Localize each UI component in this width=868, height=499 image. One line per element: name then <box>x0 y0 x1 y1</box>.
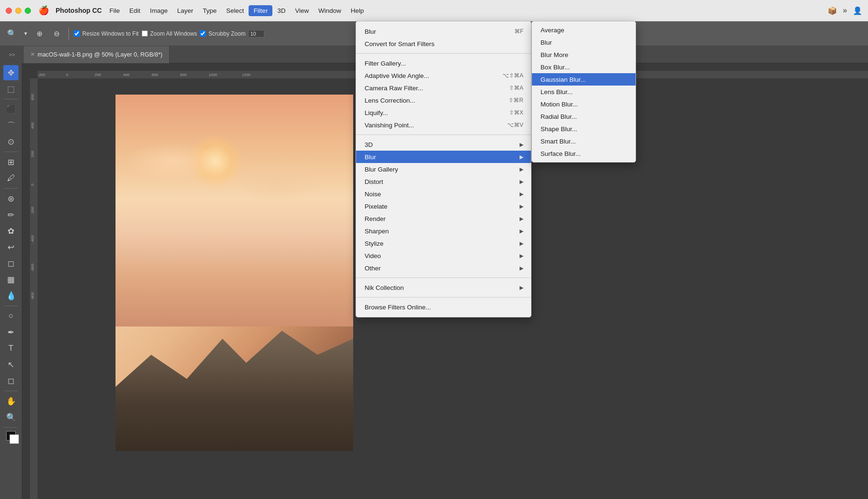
filter-distort[interactable]: Distort ▶ <box>356 175 531 188</box>
menu-filter[interactable]: Filter <box>249 5 272 16</box>
filter-video-label: Video <box>365 252 381 259</box>
blur-radial[interactable]: Radial Blur... <box>532 110 636 123</box>
history-brush-tool[interactable]: ↩ <box>3 240 19 255</box>
menu-edit[interactable]: Edit <box>125 5 145 16</box>
zoom-dropdown-btn[interactable]: ▼ <box>22 27 29 41</box>
shape-tool[interactable]: ◻ <box>3 373 19 388</box>
menu-file[interactable]: File <box>105 5 125 16</box>
blur-box[interactable]: Box Blur... <box>532 61 636 73</box>
filter-sharpen[interactable]: Sharpen ▶ <box>356 225 531 237</box>
filter-stylize[interactable]: Stylize ▶ <box>356 237 531 250</box>
menu-bar: 🍎 Photoshop CC File Edit Image Layer Typ… <box>0 0 868 21</box>
menu-type[interactable]: Type <box>198 5 222 16</box>
filter-gallery[interactable]: Filter Gallery... <box>356 57 531 69</box>
artboard-tool[interactable]: ⬚ <box>3 81 19 96</box>
panels-toggle[interactable]: >> <box>0 46 24 63</box>
zoom-all-checkbox[interactable] <box>142 30 148 37</box>
dodge-tool[interactable]: ○ <box>3 308 19 324</box>
filter-render[interactable]: Render ▶ <box>356 212 531 225</box>
marquee-tool[interactable]: ⬛ <box>3 102 19 117</box>
filter-convert-smart[interactable]: Convert for Smart Filters <box>356 38 531 50</box>
svg-text:1200: 1200 <box>242 73 251 77</box>
zoom-value-input[interactable] <box>248 30 264 38</box>
filter-video[interactable]: Video ▶ <box>356 250 531 262</box>
blur-submenu[interactable]: Average Blur Blur More Box Blur... Gauss… <box>531 21 636 163</box>
filter-sharpen-label: Sharpen <box>365 228 389 235</box>
crop-tool[interactable]: ⊞ <box>3 154 19 170</box>
menu-select[interactable]: Select <box>222 5 249 16</box>
blur-motion[interactable]: Motion Blur... <box>532 98 636 110</box>
resize-windows-group: Resize Windows to Fit <box>74 30 139 37</box>
svg-text:-200: -200 <box>38 73 46 77</box>
filter-liquify[interactable]: Liquify... ⇧⌘X <box>356 106 531 119</box>
eraser-tool[interactable]: ◻ <box>3 256 19 271</box>
zoom-tool-btn[interactable]: 🔍 <box>5 27 19 41</box>
filter-blur-gallery[interactable]: Blur Gallery ▶ <box>356 163 531 175</box>
filter-lens-correction[interactable]: Lens Correction... ⇧⌘R <box>356 94 531 106</box>
close-button[interactable] <box>6 8 12 14</box>
foreground-color[interactable] <box>6 431 16 441</box>
menu-right-icons: 📦 » 👤 <box>828 6 862 15</box>
menu-help[interactable]: Help <box>346 5 369 16</box>
gradient-tool[interactable]: ▦ <box>3 272 19 287</box>
filter-other[interactable]: Other ▶ <box>356 262 531 274</box>
filter-browse-online[interactable]: Browse Filters Online... <box>356 301 531 313</box>
document-tab[interactable]: ✕ macOS-wall-1-B.png @ 50% (Layer 0, RGB… <box>24 46 170 63</box>
filter-blur-shortcut[interactable]: Blur ⌘F <box>356 25 531 38</box>
type-tool[interactable]: T <box>3 341 19 356</box>
blur-more[interactable]: Blur More <box>532 48 636 61</box>
menu-layer[interactable]: Layer <box>173 5 198 16</box>
resize-windows-checkbox[interactable] <box>74 30 80 37</box>
filter-adaptive-wide[interactable]: Adaptive Wide Angle... ⌥⇧⌘A <box>356 69 531 82</box>
filter-noise[interactable]: Noise ▶ <box>356 188 531 200</box>
hand-tool[interactable]: ✋ <box>3 393 19 409</box>
blur-surface[interactable]: Surface Blur... <box>532 147 636 160</box>
clone-tool[interactable]: ✿ <box>3 223 19 239</box>
filter-vanishing-shortcut: ⌥⌘V <box>507 122 523 128</box>
blur-smart[interactable]: Smart Blur... <box>532 135 636 147</box>
zoom-tool[interactable]: 🔍 <box>3 410 19 425</box>
maximize-button[interactable] <box>25 8 31 14</box>
blur-tool[interactable]: 💧 <box>3 288 19 303</box>
minimize-button[interactable] <box>15 8 21 14</box>
filter-pixelate[interactable]: Pixelate ▶ <box>356 200 531 212</box>
blur-shape[interactable]: Shape Blur... <box>532 123 636 135</box>
blur-average[interactable]: Average <box>532 24 636 36</box>
apple-logo-icon[interactable]: 🍎 <box>39 5 49 16</box>
blur-lens[interactable]: Lens Blur... <box>532 86 636 98</box>
lasso-tool[interactable]: ⌒ <box>3 118 19 133</box>
menu-window[interactable]: Window <box>314 5 346 16</box>
zoom-out-btn[interactable]: ⊖ <box>49 27 64 41</box>
scrubby-zoom-checkbox[interactable] <box>200 30 206 37</box>
chevrons-icon[interactable]: » <box>843 6 847 15</box>
resize-windows-label: Resize Windows to Fit <box>82 30 139 37</box>
pen-tool[interactable]: ✒ <box>3 325 19 340</box>
background-color[interactable] <box>10 434 19 444</box>
svg-text:600: 600 <box>152 73 158 77</box>
filter-section-3: 3D ▶ Blur ▶ Blur Gallery ▶ Distort ▶ Noi… <box>356 137 531 276</box>
path-select-tool[interactable]: ↖ <box>3 357 19 372</box>
filter-video-arrow: ▶ <box>520 253 523 259</box>
menu-view[interactable]: View <box>290 5 314 16</box>
filter-blur-sub[interactable]: Blur ▶ <box>356 151 531 163</box>
tab-close-icon[interactable]: ✕ <box>30 51 35 58</box>
filter-pixelate-arrow: ▶ <box>520 203 523 210</box>
brush-tool[interactable]: ✏ <box>3 207 19 222</box>
filter-3d[interactable]: 3D ▶ <box>356 138 531 151</box>
filter-camera-raw[interactable]: Camera Raw Filter... ⇧⌘A <box>356 82 531 94</box>
blur-gaussian[interactable]: Gaussian Blur... <box>532 73 636 86</box>
filter-vanishing-point[interactable]: Vanishing Point... ⌥⌘V <box>356 119 531 131</box>
dropbox-icon[interactable]: 📦 <box>828 6 837 15</box>
move-tool[interactable]: ✥ <box>3 65 19 80</box>
user-icon[interactable]: 👤 <box>853 6 862 15</box>
menu-image[interactable]: Image <box>145 5 173 16</box>
filter-menu[interactable]: Blur ⌘F Convert for Smart Filters Filter… <box>356 21 531 317</box>
spot-heal-tool[interactable]: ⊛ <box>3 191 19 206</box>
filter-nik[interactable]: Nik Collection ▶ <box>356 281 531 294</box>
blur-blur[interactable]: Blur <box>532 36 636 48</box>
zoom-in-btn[interactable]: ⊕ <box>32 27 47 41</box>
svg-text:200: 200 <box>30 151 35 157</box>
quick-select-tool[interactable]: ⊙ <box>3 134 19 149</box>
eyedropper-tool[interactable]: 🖊 <box>3 171 19 186</box>
menu-3d[interactable]: 3D <box>272 5 290 16</box>
